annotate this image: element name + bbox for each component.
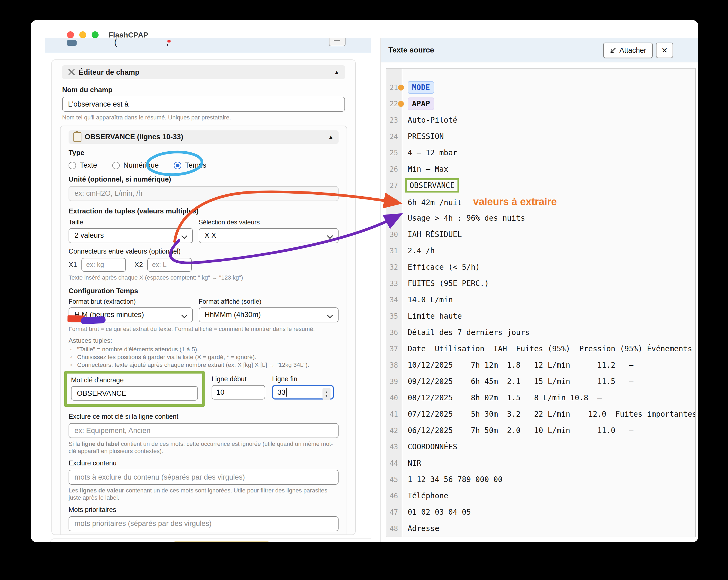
radio-temps[interactable]: Temps [174, 161, 207, 169]
line-end-input[interactable]: 33 ▲▼ [272, 385, 334, 399]
connector-x1-label: X1 [69, 261, 77, 269]
line-number: 34 [386, 296, 402, 304]
chevron-down-icon [327, 312, 333, 318]
source-text-panel: Texte source Attacher ✕ 21MODE22APAP23Au… [380, 38, 698, 542]
anchor-input[interactable]: OBSERVANCE [71, 386, 198, 401]
line-number: 47 [386, 508, 402, 516]
selection-label: Sélection des valeurs [199, 218, 339, 226]
unit-input: ex: cmH2O, L/min, /h [69, 186, 339, 201]
tip-item: ◦"Taille" = nombre d'éléments attendus (… [70, 346, 339, 353]
line-text: 08/12/2025 8h 02m 1.5 8 L/min 10.8 – [408, 393, 602, 402]
line-number: 43 [386, 443, 402, 451]
unit-label: Unité (optionnel, si numérique) [69, 175, 339, 183]
source-line: 46Téléphone [386, 487, 695, 504]
radio-circle [112, 162, 120, 169]
keyword-badge: APAP [408, 98, 434, 110]
observance-section-title: OBSERVANCE (lignes 10-33) [85, 133, 183, 141]
line-end-label: Ligne fin [272, 375, 334, 383]
source-line: 26Min – Max [386, 161, 695, 177]
line-number: 33 [386, 280, 402, 288]
source-lines: 21MODE22APAP23Auto-Piloté24PRESSION254 –… [386, 69, 695, 537]
line-text: Efficace (< 5/h) [408, 263, 480, 271]
source-line: 451 12 34 56 789 000 00 [386, 471, 695, 487]
clipped-badge [167, 40, 171, 43]
line-number: 45 [386, 476, 402, 483]
line-number: 24 [386, 133, 402, 140]
tuples-label: Extraction de tuples (valeurs multiples) [69, 207, 339, 215]
size-select[interactable]: 2 valeurs [69, 228, 193, 243]
line-text: 4 – 12 mbar [408, 148, 457, 157]
close-panel-button[interactable]: ✕ [656, 43, 673, 58]
source-line: 4701 02 03 04 05 [386, 504, 695, 520]
observance-section-header[interactable]: OBSERVANCE (lignes 10-33) ▲ [69, 130, 339, 144]
number-stepper[interactable]: ▲▼ [322, 388, 331, 400]
line-start-input[interactable]: 10 [212, 385, 265, 399]
tips-list: ◦"Taille" = nombre d'éléments attendus (… [70, 346, 339, 368]
line-text: MODE [408, 83, 434, 92]
tip-item: ◦Choisissez les positions à garder via l… [70, 354, 339, 361]
field-name-input[interactable]: L'observance est à [62, 97, 345, 112]
source-panel-header: Texte source Attacher ✕ [381, 38, 698, 62]
clipped-icon [67, 40, 77, 46]
line-end-col: Ligne fin 33 ▲▼ [272, 371, 334, 399]
close-window-button[interactable] [67, 31, 74, 38]
source-code-viewer[interactable]: 21MODE22APAP23Auto-Piloté24PRESSION254 –… [386, 68, 696, 537]
chevron-down-icon [181, 233, 187, 239]
line-text: Adresse [408, 524, 439, 533]
field-editor-card: Éditeur de champ ▲ Nom du champ L'observ… [51, 59, 356, 535]
line-text: 06/12/2025 7h 50m 2.0 10 L/min 11.0 – [408, 426, 633, 435]
line-text: Limite haute [408, 312, 462, 320]
clipped-button[interactable] [329, 38, 345, 46]
source-line: 3414.0 L/min [386, 292, 695, 308]
zoom-window-button[interactable] [92, 31, 99, 38]
collapse-icon[interactable]: ▲ [328, 134, 334, 140]
line-number: 41 [386, 410, 402, 418]
selection-select[interactable]: X X [199, 228, 339, 243]
connector-x1-input[interactable]: ex: kg [81, 258, 126, 272]
exclude-keyword-help: Si la ligne du label contient un de ces … [69, 441, 339, 455]
line-text: OBSERVANCE [408, 181, 459, 190]
green-highlight-box: OBSERVANCE [405, 178, 459, 192]
line-number: 28 [386, 198, 402, 206]
line-text: Auto-Piloté [408, 116, 457, 125]
line-number: 25 [386, 149, 402, 157]
source-line: 37Date Utilisation IAH Fuites (95%) Pres… [386, 341, 695, 357]
clipped-glyph: ( [114, 38, 117, 47]
raw-format-label: Format brut (extraction) [69, 298, 193, 305]
radio-circle [69, 162, 76, 169]
line-number: 40 [386, 394, 402, 402]
line-text: Min – Max [408, 165, 448, 174]
field-editor-header[interactable]: Éditeur de champ ▲ [62, 65, 345, 79]
line-text: FUITES (95E PERC.) [408, 279, 489, 288]
display-format-select[interactable]: HhMMm (4h30m) [199, 308, 339, 322]
line-text: PRESSION [408, 132, 444, 141]
source-line: 4008/12/2025 8h 02m 1.5 8 L/min 10.8 – [386, 390, 695, 406]
priority-words-input[interactable]: mots prioritaires (séparés par des virgu… [69, 516, 339, 531]
radio-numerique[interactable]: Numérique [112, 161, 159, 169]
attach-button[interactable]: Attacher [603, 43, 653, 58]
connector-x2-input[interactable]: ex: L [147, 258, 192, 272]
exclude-keyword-label: Exclure ce mot clé si la ligne contient [69, 413, 339, 420]
exclude-content-input[interactable]: mots à exclure du contenu (séparés par d… [69, 470, 339, 485]
line-text: 14.0 L/min [408, 295, 453, 304]
orange-dot-marker [398, 85, 404, 90]
line-number: 38 [386, 361, 402, 369]
type-label: Type [69, 149, 339, 157]
orange-note-annotation: valeurs à extraire [473, 196, 557, 207]
footer-bar: Soutenir FlashCPAP ☕ ❤ [50, 538, 371, 542]
exclude-keyword-input[interactable]: ex: Equipement, Ancien [69, 423, 339, 438]
source-line: 44NIR [386, 455, 695, 471]
support-button[interactable]: Soutenir FlashCPAP ☕ ❤ [173, 542, 270, 542]
connector-x2-label: X2 [134, 261, 143, 269]
field-editor-pane: ( , Éditeur de champ ▲ Nom du champ L'ob… [45, 38, 371, 542]
source-line: 3909/12/2025 6h 45m 2.1 15 L/min 11.5 – [386, 373, 695, 390]
source-line: 286h 42m /nuitvaleurs à extraire [386, 193, 695, 210]
collapse-icon[interactable]: ▲ [334, 69, 340, 76]
raw-format-select[interactable]: H M (heures minutes) [69, 308, 193, 322]
line-text: COORDONNÉES [408, 442, 457, 451]
line-number: 46 [386, 492, 402, 500]
radio-texte[interactable]: Texte [69, 161, 97, 169]
type-radio-group: Texte Numérique Temps [69, 161, 339, 170]
field-editor-title: Éditeur de champ [79, 68, 139, 77]
minimize-window-button[interactable] [79, 31, 86, 38]
